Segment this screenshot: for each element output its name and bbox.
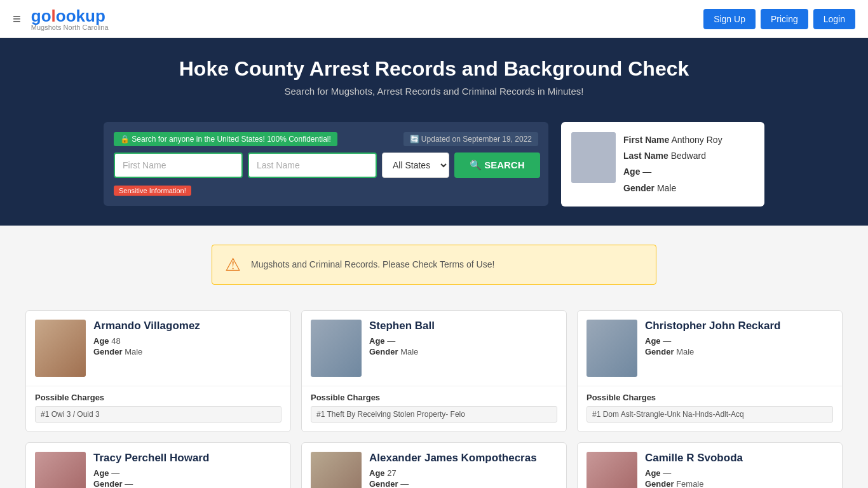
record-avatar (587, 452, 637, 488)
record-name: Stephen Ball (369, 320, 557, 332)
profile-card: First Name Anthony Roy Last Name Bedward… (561, 122, 764, 207)
record-name: Camille R Svoboda (645, 452, 833, 464)
profile-card-inner: First Name Anthony Roy Last Name Bedward… (571, 132, 754, 196)
record-card-top: Alexander James Kompothecras Age 27 Gend… (302, 443, 566, 488)
logo-text-ookup: ookup (56, 6, 105, 25)
charge-item: #1 Owi 3 / Ouid 3 (35, 406, 281, 423)
record-charges: Possible Charges #1 Theft By Receiving S… (302, 386, 566, 431)
record-card[interactable]: Alexander James Kompothecras Age 27 Gend… (301, 442, 567, 488)
hamburger-menu-icon[interactable]: ≡ (13, 11, 21, 27)
record-info: Camille R Svoboda Age — Gender Female (645, 452, 833, 488)
record-card-top: Stephen Ball Age — Gender Male (302, 311, 566, 386)
record-gender: Gender — (93, 479, 281, 488)
updated-badge: 🔄 Updated on September 19, 2022 (403, 132, 538, 146)
first-name-input[interactable] (114, 152, 243, 178)
record-name: Christopher John Reckard (645, 320, 833, 332)
record-avatar (311, 320, 362, 377)
records-section: Armando Villagomez Age 48 Gender Male Po… (0, 297, 868, 488)
record-info: Tracy Perchell Howard Age — Gender — (93, 452, 281, 488)
hero-section: Hoke County Arrest Records and Backgroun… (0, 38, 868, 122)
site-header: ≡ golookup Mugshots North Carolina Sign … (0, 0, 868, 38)
record-card[interactable]: Tracy Perchell Howard Age — Gender — Pos… (25, 442, 291, 488)
record-avatar (311, 452, 362, 488)
search-box: 🔒 Search for anyone in the United States… (104, 122, 548, 206)
record-info: Armando Villagomez Age 48 Gender Male (93, 320, 281, 358)
record-name: Armando Villagomez (93, 320, 281, 332)
record-age: Age — (369, 336, 557, 346)
search-button[interactable]: 🔍 SEARCH (454, 152, 540, 178)
record-card[interactable]: Stephen Ball Age — Gender Male Possible … (301, 310, 567, 432)
logo[interactable]: golookup Mugshots North Carolina (31, 6, 109, 31)
record-name: Alexander James Kompothecras (369, 452, 557, 464)
record-charges: Possible Charges #1 Dom Aslt-Strangle-Un… (578, 386, 842, 431)
profile-avatar (571, 132, 616, 183)
charges-title: Possible Charges (311, 393, 557, 402)
record-card[interactable]: Armando Villagomez Age 48 Gender Male Po… (25, 310, 291, 432)
search-section: 🔒 Search for anyone in the United States… (0, 122, 868, 226)
state-select[interactable]: All States (382, 152, 449, 178)
record-age: Age 27 (369, 468, 557, 478)
confidential-badge: 🔒 Search for anyone in the United States… (114, 132, 337, 146)
profile-gender: Gender Male (623, 180, 722, 196)
record-gender: Gender Female (645, 479, 833, 488)
record-card-top: Armando Villagomez Age 48 Gender Male (26, 311, 290, 386)
record-age: Age 48 (93, 336, 281, 346)
page-title: Hoke County Arrest Records and Backgroun… (13, 57, 855, 81)
last-name-input[interactable] (248, 152, 377, 178)
record-age: Age — (645, 468, 833, 478)
record-gender: Gender Male (645, 347, 833, 356)
pricing-button[interactable]: Pricing (761, 9, 808, 29)
warning-icon: ⚠ (225, 254, 241, 275)
logo-text-go: go (31, 6, 51, 25)
hero-subtitle: Search for Mugshots, Arrest Records and … (13, 86, 855, 97)
record-info: Christopher John Reckard Age — Gender Ma… (645, 320, 833, 358)
record-card-top: Christopher John Reckard Age — Gender Ma… (578, 311, 842, 386)
record-age: Age — (93, 468, 281, 478)
record-gender: Gender Male (93, 347, 281, 356)
login-button[interactable]: Login (813, 9, 855, 29)
charge-item: #1 Dom Aslt-Strangle-Unk Na-Hnds-Adlt-Ac… (587, 406, 833, 423)
warning-text: Mugshots and Criminal Records. Please Ch… (251, 259, 494, 269)
profile-info: First Name Anthony Roy Last Name Bedward… (623, 132, 722, 196)
header-nav-buttons: Sign Up Pricing Login (703, 9, 855, 29)
charge-item: #1 Theft By Receiving Stolen Property- F… (311, 406, 557, 423)
record-info: Alexander James Kompothecras Age 27 Gend… (369, 452, 557, 488)
record-avatar (35, 452, 86, 488)
record-info: Stephen Ball Age — Gender Male (369, 320, 557, 358)
search-inputs: All States 🔍 SEARCH (114, 152, 538, 178)
search-top-bar: 🔒 Search for anyone in the United States… (114, 132, 538, 146)
header-left: ≡ golookup Mugshots North Carolina (13, 6, 109, 31)
sensitive-info-label: Sensitive Information! (114, 186, 191, 196)
logo-subtitle: Mugshots North Carolina (31, 24, 109, 31)
record-gender: Gender Male (369, 347, 557, 356)
profile-first-name: First Name Anthony Roy (623, 132, 722, 148)
charges-title: Possible Charges (587, 393, 833, 402)
record-gender: Gender — (369, 479, 557, 488)
record-age: Age — (645, 336, 833, 346)
charges-title: Possible Charges (35, 393, 281, 402)
record-name: Tracy Perchell Howard (93, 452, 281, 464)
record-charges: Possible Charges #1 Owi 3 / Ouid 3 (26, 386, 290, 431)
record-card-top: Tracy Perchell Howard Age — Gender — (26, 443, 290, 488)
records-grid: Armando Villagomez Age 48 Gender Male Po… (25, 310, 843, 488)
record-avatar (587, 320, 637, 377)
profile-age: Age — (623, 164, 722, 180)
record-avatar (35, 320, 86, 377)
record-card[interactable]: Camille R Svoboda Age — Gender Female Po… (577, 442, 843, 488)
warning-banner: ⚠ Mugshots and Criminal Records. Please … (212, 245, 656, 285)
signup-button[interactable]: Sign Up (703, 9, 756, 29)
record-card[interactable]: Christopher John Reckard Age — Gender Ma… (577, 310, 843, 432)
profile-last-name: Last Name Bedward (623, 148, 722, 164)
logo-text-o: l (51, 6, 56, 25)
record-card-top: Camille R Svoboda Age — Gender Female (578, 443, 842, 488)
